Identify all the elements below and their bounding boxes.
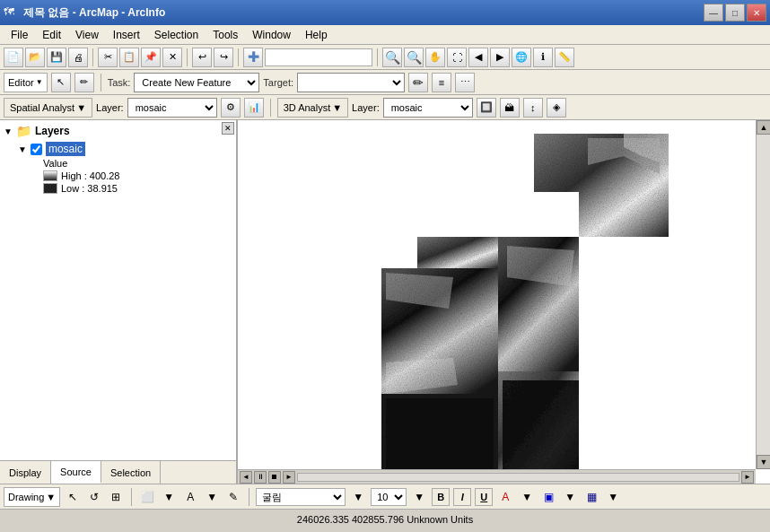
save-btn[interactable]: 💾 — [47, 48, 66, 67]
layers-expand-icon[interactable]: ▼ — [4, 126, 13, 136]
menu-tools[interactable]: Tools — [206, 27, 245, 43]
menu-edit[interactable]: Edit — [35, 27, 68, 43]
zoom-next-btn[interactable]: ▶ — [490, 48, 510, 67]
select-element-btn[interactable]: ↖ — [64, 488, 82, 506]
rectangle-draw-btn[interactable]: ⬜ — [138, 488, 156, 506]
toc-layer-name[interactable]: mosaic — [46, 142, 85, 156]
print-btn[interactable]: 🖨 — [68, 48, 88, 67]
group-btn[interactable]: ⊞ — [107, 488, 125, 506]
font-dropdown-btn[interactable]: ▼ — [349, 488, 367, 506]
zoom-prev-btn[interactable]: ◀ — [468, 48, 488, 67]
fill-btn[interactable]: ▣ — [539, 488, 557, 506]
map-area[interactable]: ▲ ▼ ◄ ⏸ ⏹ ► ► — [238, 120, 770, 484]
scroll-track-v[interactable] — [757, 135, 770, 455]
select-tool-btn[interactable]: ↖ — [51, 73, 71, 92]
tab-source[interactable]: Source — [51, 461, 101, 484]
menu-file[interactable]: File — [4, 27, 35, 43]
toc-legend: Value High : 400.28 Low : 38.915 — [43, 158, 232, 194]
add-data-btn[interactable]: ✚ — [243, 48, 263, 67]
font-size-select[interactable]: 10 — [371, 488, 407, 506]
editor-dropdown[interactable]: Editor ▼ — [4, 73, 48, 92]
delete-btn[interactable]: ✕ — [162, 48, 182, 67]
close-button[interactable]: ✕ — [747, 4, 766, 22]
layer-label-2: Layer: — [352, 102, 380, 113]
3d-btn-2[interactable]: 🏔 — [500, 98, 520, 118]
menu-insert[interactable]: Insert — [106, 27, 147, 43]
target-label: Target: — [263, 77, 293, 88]
3d-btn-1[interactable]: 🔲 — [477, 98, 496, 118]
layers-folder-icon: 📁 — [16, 124, 31, 138]
window-controls[interactable]: — □ ✕ — [704, 4, 766, 22]
measure-btn[interactable]: 📏 — [555, 48, 574, 67]
rotate-btn[interactable]: ↺ — [85, 488, 103, 506]
text-highlight-btn[interactable]: ▼ — [203, 488, 221, 506]
task-select[interactable]: Create New Feature — [134, 73, 259, 92]
draw-dropdown-btn[interactable]: ▼ — [160, 488, 178, 506]
more-btn[interactable]: ⋯ — [455, 73, 475, 92]
layer-select-2[interactable]: mosaic — [383, 98, 473, 118]
scroll-left-btn[interactable]: ◄ — [240, 471, 252, 484]
3d-btn-3[interactable]: ↕ — [523, 98, 543, 118]
italic-btn[interactable]: I — [453, 488, 471, 506]
zoom-out-btn[interactable]: 🔍 — [404, 48, 424, 67]
scroll-pause-btn[interactable]: ⏹ — [268, 471, 281, 484]
toc-panel: ✕ ▼ 📁 Layers ▼ mosaic Value High : 400.2… — [0, 120, 238, 484]
scroll-end-btn[interactable]: ► — [283, 471, 295, 484]
scroll-up-btn[interactable]: ▲ — [757, 120, 770, 135]
sketch-btn[interactable]: ✏ — [408, 73, 428, 92]
edit-tool-btn[interactable]: ✏ — [74, 73, 94, 92]
globe-btn[interactable]: 🌐 — [512, 48, 531, 67]
target-select[interactable] — [297, 73, 405, 92]
3d-btn-4[interactable]: ◈ — [547, 98, 566, 118]
undo-btn[interactable]: ↩ — [192, 48, 212, 67]
scroll-track-h[interactable] — [297, 473, 739, 482]
layer-select-1[interactable]: mosaic — [127, 98, 217, 118]
copy-btn[interactable]: 📋 — [119, 48, 139, 67]
new-btn[interactable]: 📄 — [4, 48, 23, 67]
redo-btn[interactable]: ↪ — [214, 48, 233, 67]
menu-window[interactable]: Window — [245, 27, 298, 43]
analyst-3d-btn[interactable]: 3D Analyst ▼ — [277, 98, 348, 118]
minimize-button[interactable]: — — [704, 4, 723, 22]
spatial-analyst-btn[interactable]: Spatial Analyst ▼ — [4, 98, 92, 118]
legend-low-label: Low : 38.915 — [61, 183, 118, 194]
scroll-page-btn[interactable]: ⏸ — [254, 471, 267, 484]
layer-expand-icon[interactable]: ▼ — [18, 144, 27, 154]
histogram-btn[interactable]: 📊 — [244, 98, 264, 118]
menu-help[interactable]: Help — [298, 27, 335, 43]
identify-btn[interactable]: ℹ — [533, 48, 553, 67]
svg-rect-8 — [417, 237, 498, 268]
pan-btn[interactable]: ✋ — [425, 48, 445, 67]
fill-arrow-btn[interactable]: ▼ — [561, 488, 579, 506]
text-color-btn[interactable]: A — [181, 488, 199, 506]
shadow-arrow-btn[interactable]: ▼ — [604, 488, 622, 506]
full-extent-btn[interactable]: ⛶ — [447, 48, 467, 67]
menu-view[interactable]: View — [68, 27, 106, 43]
separator-2 — [187, 48, 188, 66]
pen-btn[interactable]: ✎ — [224, 488, 242, 506]
font-color-arrow-btn[interactable]: ▼ — [518, 488, 536, 506]
size-dropdown-btn[interactable]: ▼ — [410, 488, 428, 506]
underline-btn[interactable]: U — [475, 488, 493, 506]
legend-low-item: Low : 38.915 — [43, 183, 232, 194]
scroll-right-btn[interactable]: ► — [741, 471, 754, 484]
search-input[interactable] — [265, 48, 372, 66]
tab-selection[interactable]: Selection — [101, 461, 161, 484]
toc-close-btn[interactable]: ✕ — [222, 122, 234, 135]
tab-display[interactable]: Display — [0, 461, 51, 484]
raster-btn[interactable]: ⚙ — [221, 98, 241, 118]
drawing-dropdown[interactable]: Drawing ▼ — [4, 487, 60, 507]
font-color-btn[interactable]: A — [496, 488, 514, 506]
zoom-in-btn[interactable]: 🔍 — [382, 48, 402, 67]
font-select[interactable]: 굴림 — [256, 488, 346, 506]
scroll-down-btn[interactable]: ▼ — [757, 455, 770, 469]
bold-btn[interactable]: B — [432, 488, 450, 506]
maximize-button[interactable]: □ — [725, 4, 745, 22]
cut-btn[interactable]: ✂ — [98, 48, 118, 67]
paste-btn[interactable]: 📌 — [141, 48, 161, 67]
shadow-btn[interactable]: ▦ — [582, 488, 600, 506]
layer-checkbox[interactable] — [31, 144, 42, 155]
attributes-btn[interactable]: ≡ — [432, 73, 451, 92]
open-btn[interactable]: 📂 — [25, 48, 45, 67]
menu-selection[interactable]: Selection — [147, 27, 206, 43]
